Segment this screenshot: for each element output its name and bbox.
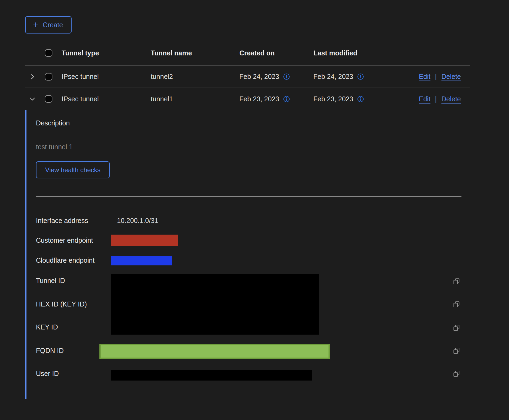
created-on-value: Feb 23, 2023 (239, 95, 279, 103)
copy-icon[interactable] (453, 301, 460, 308)
last-modified-value: Feb 24, 2023 (313, 73, 353, 81)
table-row: IPsec tunnel tunnel1 Feb 23, 2023 Feb 23… (25, 88, 470, 110)
plus-icon (32, 21, 39, 28)
interface-address-label: Interface address (36, 216, 88, 225)
tunnel-name-value: tunnel1 (146, 95, 235, 103)
view-health-checks-button[interactable]: View health checks (36, 161, 110, 178)
tunnel-id-label: Tunnel ID (36, 276, 65, 285)
copy-icon[interactable] (453, 347, 460, 355)
description-value: test tunnel 1 (36, 142, 73, 151)
chevron-down-icon[interactable] (29, 95, 36, 102)
column-header-tunnel-type: Tunnel type (57, 49, 146, 57)
info-icon[interactable] (283, 73, 290, 80)
info-icon[interactable] (357, 73, 364, 80)
tunnel-name-value: tunnel2 (146, 73, 235, 81)
copy-icon[interactable] (453, 278, 460, 285)
section-divider (36, 196, 461, 197)
action-divider: | (435, 73, 437, 81)
create-button[interactable]: Create (25, 16, 72, 34)
user-id-label: User ID (36, 369, 59, 378)
user-id-redacted-value (111, 370, 312, 381)
create-button-label: Create (43, 21, 63, 29)
delete-link[interactable]: Delete (441, 95, 461, 103)
column-header-last-modified: Last modified (309, 49, 396, 57)
cloudflare-endpoint-redacted-value (111, 256, 172, 265)
table-header-row: Tunnel type Tunnel name Created on Last … (25, 41, 470, 66)
edit-link[interactable]: Edit (419, 73, 430, 81)
hex-id-label: HEX ID (KEY ID) (36, 299, 87, 309)
ids-redacted-value (111, 274, 319, 335)
cloudflare-endpoint-label: Cloudflare endpoint (36, 256, 95, 265)
info-icon[interactable] (283, 96, 290, 102)
select-row-checkbox[interactable] (45, 95, 52, 103)
delete-link[interactable]: Delete (441, 73, 461, 81)
action-divider: | (435, 95, 437, 103)
select-row-checkbox[interactable] (45, 73, 52, 81)
tunnel-type-value: IPsec tunnel (57, 73, 146, 81)
interface-address-value: 10.200.1.0/31 (117, 216, 158, 225)
customer-endpoint-redacted-value (111, 235, 178, 246)
column-header-created-on: Created on (235, 49, 309, 57)
select-all-checkbox[interactable] (45, 49, 52, 57)
description-label: Description (36, 118, 70, 128)
created-on-value: Feb 24, 2023 (239, 73, 279, 81)
copy-icon[interactable] (453, 370, 460, 378)
column-header-tunnel-name: Tunnel name (146, 49, 235, 57)
fqdn-id-redacted-value (99, 344, 330, 359)
chevron-right-icon[interactable] (29, 73, 36, 80)
expanded-tunnel-panel: Description test tunnel 1 View health ch… (25, 110, 470, 399)
key-id-label: KEY ID (36, 322, 58, 332)
tunnel-type-value: IPsec tunnel (57, 95, 146, 103)
info-icon[interactable] (357, 96, 364, 102)
customer-endpoint-label: Customer endpoint (36, 236, 93, 245)
copy-icon[interactable] (453, 324, 460, 332)
tunnel-table: Tunnel type Tunnel name Created on Last … (25, 41, 470, 399)
edit-link[interactable]: Edit (419, 95, 430, 103)
last-modified-value: Feb 23, 2023 (313, 95, 353, 103)
fqdn-id-label: FQDN ID (36, 346, 64, 355)
table-row: IPsec tunnel tunnel2 Feb 24, 2023 Feb 24… (25, 66, 470, 88)
